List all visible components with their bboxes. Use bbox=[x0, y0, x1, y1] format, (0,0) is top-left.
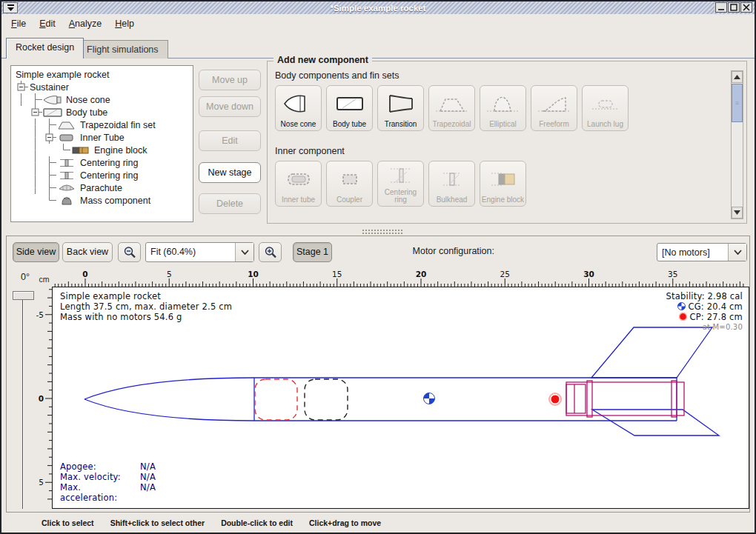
horizontal-ruler: 05101520253035 bbox=[52, 270, 749, 287]
zoom-out-button[interactable] bbox=[118, 242, 141, 262]
component-button-inner-tube[interactable]: Inner tube bbox=[275, 161, 322, 207]
cg-marker bbox=[424, 393, 435, 404]
zoom-level-combo[interactable]: Fit (60.4%) bbox=[145, 242, 254, 262]
centering-ring-icon bbox=[56, 157, 79, 168]
component-button-trapezoidal[interactable]: Trapezoidal bbox=[428, 85, 475, 131]
tree-item-label: Sustainer bbox=[28, 82, 69, 93]
menu-edit[interactable]: Edit bbox=[33, 16, 62, 31]
add-component-title: Add new component bbox=[273, 55, 372, 65]
rocket-drawing-canvas[interactable]: Simple example rocket Length 37.5 cm, ma… bbox=[52, 287, 749, 509]
hint-shift-click: Shift+click to select other bbox=[110, 518, 205, 527]
scroll-up-button[interactable] bbox=[732, 71, 743, 83]
close-button[interactable] bbox=[740, 2, 752, 13]
tree-item-label: Trapezoidal fin set bbox=[79, 120, 156, 130]
stability-info: Stability: 2.98 cal CG: 20.4 cm CP: 27.8… bbox=[666, 291, 743, 333]
tree-item-inner-tube[interactable]: Inner Tube bbox=[14, 131, 193, 144]
rocket-mass: Mass with no motors 54.6 g bbox=[60, 312, 232, 322]
nose-cone-icon bbox=[282, 86, 315, 121]
component-button-label: Launch lug bbox=[587, 121, 623, 128]
menu-analyze[interactable]: Analyze bbox=[62, 16, 108, 31]
component-button-nose-cone[interactable]: Nose cone bbox=[275, 85, 322, 131]
inner-component-label: Inner component bbox=[275, 146, 345, 156]
component-button-elliptical[interactable]: Elliptical bbox=[480, 85, 526, 131]
component-button-freeform[interactable]: Freeform bbox=[531, 85, 577, 131]
svg-text:25: 25 bbox=[500, 270, 510, 278]
tree-item-label: Simple example rocket bbox=[14, 70, 109, 80]
splitter-handle[interactable] bbox=[362, 229, 403, 234]
centering-ring-aft bbox=[672, 381, 677, 417]
component-button-bulkhead[interactable]: Bulkhead bbox=[428, 161, 475, 207]
svg-text:15: 15 bbox=[332, 270, 342, 278]
component-button-body-tube[interactable]: Body tube bbox=[326, 85, 373, 131]
transition-icon bbox=[385, 86, 417, 121]
component-button-label: Elliptical bbox=[489, 121, 517, 128]
tree-item-nose-cone[interactable]: Nose cone bbox=[14, 93, 193, 106]
back-view-button[interactable]: Back view bbox=[62, 242, 113, 262]
stage-1-toggle[interactable]: Stage 1 bbox=[293, 242, 332, 262]
edit-button[interactable]: Edit bbox=[199, 130, 261, 151]
chevron-down-icon bbox=[241, 250, 249, 255]
move-up-button[interactable]: Move up bbox=[199, 70, 261, 90]
delete-button[interactable]: Delete bbox=[199, 193, 261, 214]
hint-drag: Click+drag to move bbox=[309, 518, 381, 527]
maximize-button[interactable] bbox=[728, 2, 740, 13]
svg-text:5: 5 bbox=[167, 270, 172, 278]
rotation-slider-track[interactable] bbox=[22, 296, 24, 509]
component-button-coupler[interactable]: Coupler bbox=[326, 161, 373, 207]
motor-combo-arrow[interactable] bbox=[728, 244, 746, 261]
cg-legend-icon bbox=[677, 302, 686, 310]
rotation-slider-handle[interactable] bbox=[13, 291, 34, 300]
move-down-button[interactable]: Move down bbox=[199, 96, 261, 117]
motor-configuration-combo[interactable]: [No motors] bbox=[657, 243, 747, 261]
tab-flight-simulations[interactable]: Flight simulations bbox=[77, 40, 168, 59]
tab-rocket-design[interactable]: Rocket design bbox=[6, 38, 84, 59]
tree-item-trapezoidal-fin-set[interactable]: Trapezoidal fin set bbox=[14, 119, 193, 131]
chevron-down-icon bbox=[734, 250, 742, 255]
component-button-label: Centering ring bbox=[378, 189, 423, 204]
component-button-centering-ring[interactable]: Centering ring bbox=[377, 161, 424, 207]
zoom-level-value: Fit (60.4%) bbox=[146, 243, 235, 261]
menu-file[interactable]: File bbox=[4, 16, 33, 31]
tree-item-label: Nose cone bbox=[64, 95, 110, 105]
component-button-label: Nose cone bbox=[281, 121, 316, 128]
tree-item-body-tube[interactable]: Body tube bbox=[14, 106, 193, 119]
tree-item-centering-ring[interactable]: Centering ring bbox=[14, 156, 193, 169]
scroll-down-icon bbox=[734, 210, 740, 215]
tree-item-simple-example-rocket[interactable]: Simple example rocket bbox=[14, 68, 193, 81]
scrollbar-thumb[interactable]: ≡ bbox=[732, 84, 743, 122]
component-button-engine-block[interactable]: Engine block bbox=[480, 161, 526, 207]
projected-fins bbox=[592, 410, 719, 435]
new-stage-button[interactable]: New stage bbox=[199, 162, 261, 183]
component-button-transition[interactable]: Transition bbox=[377, 85, 424, 131]
zoom-combo-arrow[interactable] bbox=[235, 243, 253, 261]
tree-item-parachute[interactable]: Parachute bbox=[14, 181, 193, 194]
component-button-label: Freeform bbox=[539, 121, 569, 128]
inner-tube-icon bbox=[56, 132, 79, 143]
hint-double-click: Double-click to edit bbox=[221, 518, 293, 527]
menu-help[interactable]: Help bbox=[108, 16, 141, 31]
tree-item-sustainer[interactable]: Sustainer bbox=[14, 81, 193, 93]
add-component-group: Add new component Body components and fi… bbox=[267, 61, 747, 224]
inner-components-row: Inner tubeCouplerCentering ringBulkheadE… bbox=[275, 161, 526, 207]
maximize-icon bbox=[730, 4, 737, 11]
motor-configuration-label: Motor configuration: bbox=[413, 246, 494, 256]
design-section: Simple example rocketSustainerNose coneB… bbox=[1, 59, 755, 227]
component-button-launch-lug[interactable]: Launch lug bbox=[582, 85, 629, 131]
scroll-up-icon bbox=[734, 75, 740, 79]
freeform-icon bbox=[538, 86, 571, 121]
component-scrollbar[interactable]: ≡ bbox=[731, 70, 743, 219]
tree-item-engine-block[interactable]: Engine block bbox=[14, 144, 193, 156]
horizontal-splitter[interactable] bbox=[1, 227, 755, 236]
minimize-button[interactable] bbox=[715, 2, 727, 13]
engine-block-icon bbox=[70, 144, 93, 156]
zoom-in-button[interactable] bbox=[259, 242, 282, 262]
tree-item-mass-component[interactable]: Mass component bbox=[14, 194, 193, 207]
side-view-button[interactable]: Side view bbox=[13, 242, 59, 262]
component-button-label: Body tube bbox=[333, 121, 366, 128]
rocket-dimensions: Length 37.5 cm, max. diameter 2.5 cm bbox=[60, 301, 232, 312]
centering-ring-icon bbox=[56, 170, 79, 181]
scroll-down-button[interactable] bbox=[732, 207, 743, 218]
coupler-icon bbox=[334, 161, 366, 196]
tree-item-label: Parachute bbox=[79, 183, 122, 193]
tree-item-centering-ring[interactable]: Centering ring bbox=[14, 169, 193, 181]
